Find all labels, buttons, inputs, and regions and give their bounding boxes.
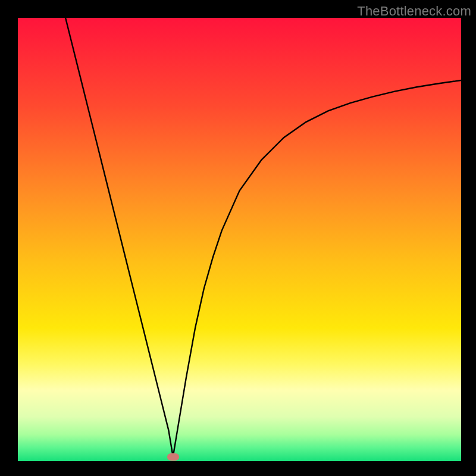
- chart-frame: TheBottleneck.com: [0, 0, 476, 476]
- bottleneck-curve: [62, 18, 462, 457]
- optimal-marker: [167, 453, 179, 461]
- plot-area: [18, 18, 461, 461]
- watermark-text: TheBottleneck.com: [357, 4, 471, 19]
- curve-layer: [18, 18, 461, 461]
